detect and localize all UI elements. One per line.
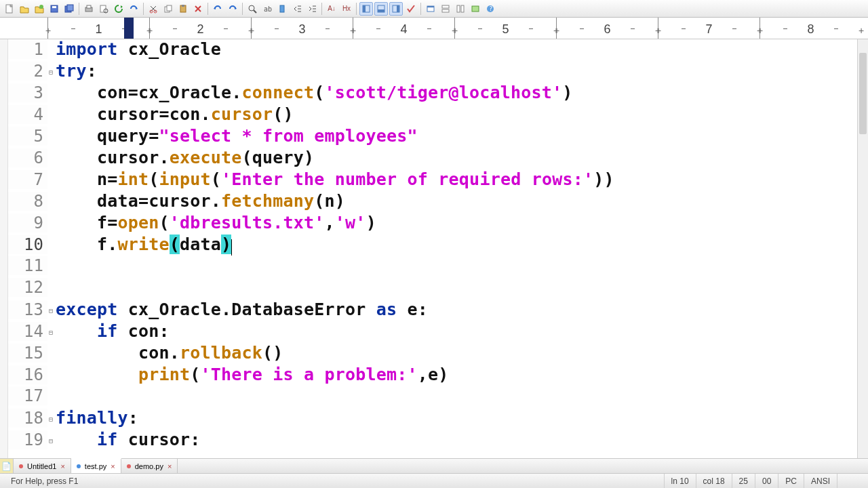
hx-icon[interactable]: Hx xyxy=(340,2,353,16)
line-number: 14 xyxy=(8,322,47,341)
code-line[interactable]: 13⊟except cx_Oracle.DatabaseError as e: xyxy=(8,300,857,321)
cut-icon[interactable] xyxy=(146,2,160,16)
save-all-icon[interactable] xyxy=(62,2,76,16)
toggle-panel-1-icon[interactable] xyxy=(359,2,373,16)
tab-label: test.py xyxy=(85,462,106,470)
print-icon[interactable] xyxy=(82,2,96,16)
svg-rect-5 xyxy=(67,5,73,11)
status-encoding: ANSI xyxy=(804,474,837,488)
tab-modified-icon xyxy=(19,464,23,468)
find-icon[interactable] xyxy=(245,2,259,16)
fold-toggle[interactable]: ⊟ xyxy=(47,437,54,445)
split-h-icon[interactable] xyxy=(439,2,452,16)
refresh-icon[interactable] xyxy=(112,2,125,16)
undo-icon[interactable] xyxy=(211,2,224,16)
html-tag-icon[interactable]: A↓ xyxy=(325,2,338,16)
paste-icon[interactable] xyxy=(176,2,190,16)
code-content[interactable]: n=int(input('Enter the number of require… xyxy=(54,169,614,189)
indent-icon[interactable] xyxy=(305,2,319,16)
line-number: 7 xyxy=(8,170,47,189)
code-line[interactable]: 15 con.rollback() xyxy=(8,343,857,365)
vertical-scrollbar[interactable] xyxy=(857,39,868,458)
tab-demo-py[interactable]: demo.py× xyxy=(121,459,178,473)
save-icon[interactable] xyxy=(47,2,61,16)
tab-Untitled1[interactable]: Untitled1× xyxy=(14,459,71,473)
code-content[interactable]: cursor.execute(query) xyxy=(54,148,314,167)
redo-icon[interactable] xyxy=(226,2,239,16)
fold-toggle[interactable]: ⊟ xyxy=(47,415,54,423)
status-bar: For Help, press F1 ln 10 col 18 25 00 PC… xyxy=(0,473,868,488)
code-line[interactable]: 6 cursor.execute(query) xyxy=(8,148,857,169)
code-editor[interactable]: 1import cx_Oracle2⊟try:3 con=cx_Oracle.c… xyxy=(8,39,857,458)
code-content[interactable]: data=cursor.fetchmany(n) xyxy=(54,191,345,211)
tab-close-icon[interactable]: × xyxy=(60,462,64,470)
code-line[interactable]: 8 data=cursor.fetchmany(n) xyxy=(8,191,857,213)
code-line[interactable]: 2⊟try: xyxy=(8,61,857,83)
code-line[interactable]: 12 xyxy=(8,278,857,300)
status-col: col 18 xyxy=(696,474,732,488)
code-line[interactable]: 18⊟finally: xyxy=(8,408,857,430)
tab-close-icon[interactable]: × xyxy=(111,462,115,470)
split-v-icon[interactable] xyxy=(454,2,467,16)
help-icon[interactable]: ? xyxy=(484,2,497,16)
code-line[interactable]: 11 xyxy=(8,256,857,278)
code-line[interactable]: 10 f.write(data) xyxy=(8,235,857,256)
line-number: 18 xyxy=(8,409,47,428)
new-window-icon[interactable] xyxy=(469,2,482,16)
check-icon[interactable] xyxy=(404,2,418,16)
code-content[interactable]: finally: xyxy=(54,408,138,428)
toggle-panel-3-icon[interactable] xyxy=(389,2,403,16)
print-preview-icon[interactable] xyxy=(97,2,111,16)
redo-arrow-icon[interactable] xyxy=(127,2,140,16)
code-content[interactable]: f.write(data) xyxy=(54,235,232,254)
code-content[interactable]: query="select * from employees" xyxy=(54,126,418,146)
code-content[interactable]: except cx_Oracle.DatabaseError as e: xyxy=(54,300,428,319)
code-content[interactable]: con.rollback() xyxy=(54,343,283,363)
reopen-icon[interactable] xyxy=(33,2,46,16)
code-content[interactable]: try: xyxy=(54,61,97,81)
code-line[interactable]: 14⊟ if con: xyxy=(8,321,857,343)
code-content[interactable]: if cursor: xyxy=(54,430,201,449)
fold-toggle[interactable]: ⊟ xyxy=(47,329,54,336)
line-number: 3 xyxy=(8,83,47,102)
outdent-icon[interactable] xyxy=(290,2,304,16)
svg-rect-30 xyxy=(461,5,464,12)
bookmark-icon[interactable] xyxy=(275,2,289,16)
code-content[interactable]: if con: xyxy=(54,321,170,341)
ruler-cursor[interactable] xyxy=(124,18,134,39)
svg-rect-20 xyxy=(363,5,366,12)
line-number: 12 xyxy=(8,278,47,297)
toggle-panel-2-icon[interactable] xyxy=(374,2,388,16)
code-line[interactable]: 19⊟ if cursor: xyxy=(8,430,857,451)
tab-test-py[interactable]: test.py× xyxy=(71,458,121,473)
fold-toggle[interactable]: ⊟ xyxy=(47,68,54,76)
tab-corner-icon[interactable]: 📄 xyxy=(0,459,14,473)
code-line[interactable]: 17 xyxy=(8,386,857,408)
window-icon[interactable] xyxy=(424,2,437,16)
code-line[interactable]: 4 cursor=con.cursor() xyxy=(8,104,857,126)
tab-close-icon[interactable]: × xyxy=(167,462,172,470)
line-number: 17 xyxy=(8,386,47,405)
code-line[interactable]: 7 n=int(input('Enter the number of requi… xyxy=(8,169,857,191)
code-line[interactable]: 16 print('There is a problem:',e) xyxy=(8,365,857,386)
new-icon[interactable] xyxy=(3,2,16,16)
svg-rect-27 xyxy=(442,5,449,8)
open-icon[interactable] xyxy=(18,2,31,16)
svg-point-16 xyxy=(249,5,254,11)
fold-toggle[interactable]: ⊟ xyxy=(47,307,54,314)
code-content[interactable]: print('There is a problem:',e) xyxy=(54,365,449,384)
code-line[interactable]: 5 query="select * from employees" xyxy=(8,126,857,148)
code-content[interactable]: con=cx_Oracle.connect('scott/tiger@local… xyxy=(54,83,573,102)
code-content[interactable]: import cx_Oracle xyxy=(54,39,221,59)
find-text-icon[interactable]: ab xyxy=(260,2,274,16)
delete-icon[interactable] xyxy=(191,2,205,16)
code-line[interactable]: 9 f=open('dbresults.txt','w') xyxy=(8,213,857,235)
code-content[interactable]: cursor=con.cursor() xyxy=(54,104,294,124)
scrollbar-thumb[interactable] xyxy=(859,53,867,134)
code-line[interactable]: 3 con=cx_Oracle.connect('scott/tiger@loc… xyxy=(8,83,857,104)
code-content[interactable]: f=open('dbresults.txt','w') xyxy=(54,213,376,232)
status-mode: PC xyxy=(778,474,804,488)
code-line[interactable]: 1import cx_Oracle xyxy=(8,39,857,61)
line-number: 6 xyxy=(8,148,47,167)
copy-icon[interactable] xyxy=(161,2,175,16)
